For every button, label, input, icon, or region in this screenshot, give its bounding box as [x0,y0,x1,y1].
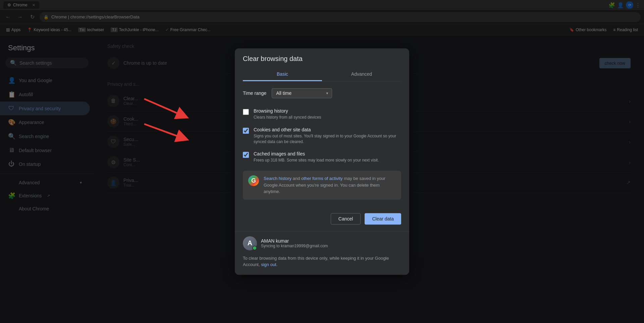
google-info-and-text: and [293,176,301,181]
avatar-wrapper: A [243,236,257,250]
cookies-text: Cookies and other site data Signs you ou… [254,127,401,145]
cached-title: Cached images and files [254,151,379,157]
avatar-sync-badge [252,246,257,250]
time-range-select-wrapper[interactable]: All time Last 4 weeks Last 7 days Last 2… [272,88,332,98]
google-info-box: G Search history and other forms of acti… [243,171,401,200]
cookies-checkbox[interactable] [243,128,249,134]
profile-email: Syncing to kraman19999@gmail.com [261,244,328,248]
dialog-body: Time range All time Last 4 weeks Last 7 … [235,81,409,209]
cookies-item: Cookies and other site data Signs you ou… [243,124,401,148]
browsing-history-text: Browsing history Clears history from all… [254,108,321,120]
clear-browsing-data-dialog: Clear browsing data Basic Advanced Time … [235,48,409,275]
dialog-footer-text: To clear browsing data from this device … [235,255,409,275]
google-logo: G [248,175,259,186]
footer-end: . [276,262,278,267]
sign-out-link[interactable]: sign out [261,262,276,267]
profile-name: AMAN kumar [261,238,328,244]
browsing-history-item: Browsing history Clears history from all… [243,105,401,124]
dialog-actions: Cancel Clear data [235,209,409,231]
dialog-title: Clear browsing data [243,55,401,63]
profile-info: AMAN kumar Syncing to kraman19999@gmail.… [261,238,328,248]
tab-advanced[interactable]: Advanced [322,68,401,81]
clear-data-button[interactable]: Clear data [365,213,401,224]
cached-item: Cached images and files Frees up 318 MB.… [243,148,401,167]
dialog-profile: A AMAN kumar Syncing to kraman19999@gmai… [235,231,409,255]
tab-basic[interactable]: Basic [243,68,322,81]
time-range-row: Time range All time Last 4 weeks Last 7 … [243,88,401,98]
cancel-button[interactable]: Cancel [331,213,361,224]
cached-checkbox[interactable] [243,152,249,158]
cookies-title: Cookies and other site data [254,127,401,132]
time-range-select[interactable]: All time Last 4 weeks Last 7 days Last 2… [272,88,332,98]
browsing-history-desc: Clears history from all synced devices [254,115,321,120]
browsing-history-checkbox[interactable] [243,109,249,115]
avatar-letter: A [248,239,252,247]
dialog-tabs: Basic Advanced [243,68,401,81]
time-range-label: Time range [243,90,266,96]
google-info-text: Search history and other forms of activi… [264,175,396,195]
cached-text: Cached images and files Frees up 318 MB.… [254,151,379,164]
other-forms-link[interactable]: other forms of activity [301,176,343,181]
cookies-desc: Signs you out of most sites. You'll stay… [254,133,401,145]
browsing-history-title: Browsing history [254,108,321,114]
dialog-header: Clear browsing data Basic Advanced [235,48,409,81]
search-history-link[interactable]: Search history [264,176,291,181]
cached-desc: Frees up 318 MB. Some sites may load mor… [254,158,379,164]
